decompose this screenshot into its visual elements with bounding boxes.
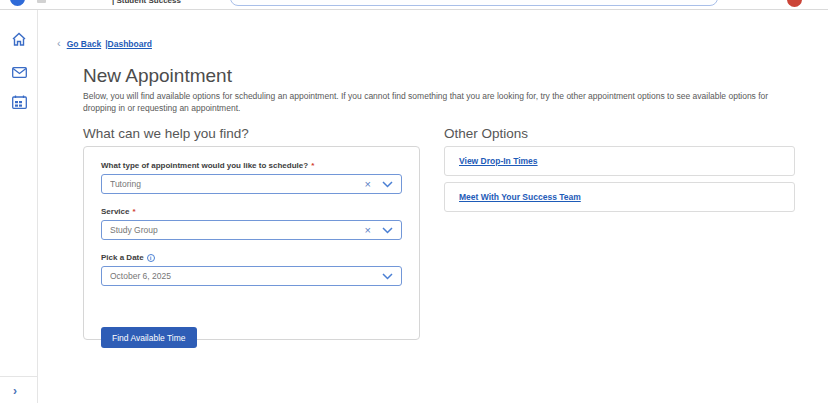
home-icon [11,32,27,51]
chevron-down-icon[interactable] [382,227,393,234]
page-description: Below, you will find available options f… [83,90,797,114]
dashboard-link[interactable]: |Dashboard [105,39,152,49]
chevron-down-icon[interactable] [382,273,393,280]
sidebar-item-messages[interactable] [10,64,28,82]
clear-icon[interactable]: × [365,225,371,236]
app-window: | Student Success [0,0,828,403]
mail-icon [12,64,27,82]
success-team-card[interactable]: Meet With Your Success Team [444,182,795,212]
avatar-badge[interactable] [787,0,802,7]
info-icon[interactable]: i [147,254,155,262]
appointment-type-select[interactable]: Tutoring × [101,174,402,194]
other-options-heading: Other Options [444,126,528,141]
date-label: Pick a Date i [101,253,402,262]
date-field: Pick a Date i October 6, 2025 [101,253,402,286]
appointment-type-label: What type of appointment would you like … [101,161,402,170]
appointment-form-card: What type of appointment would you like … [83,146,420,340]
sidebar-item-calendar[interactable] [10,95,28,113]
org-logo [37,0,46,3]
topbar: | Student Success [0,0,828,10]
chevron-right-icon: › [13,385,17,397]
required-marker: * [311,161,314,170]
date-select[interactable]: October 6, 2025 [101,266,402,286]
sidebar: › [0,10,38,403]
required-marker: * [132,207,135,216]
chevron-down-icon[interactable] [382,181,393,188]
service-label: Service * [101,207,402,216]
appointment-type-field: What type of appointment would you like … [101,161,402,194]
appointment-type-value: Tutoring [110,179,365,189]
chevron-left-icon: ‹ [57,38,61,49]
brand-label: | Student Success [112,0,181,5]
go-back-link[interactable]: Go Back [67,39,102,49]
breadcrumb: ‹ Go Back |Dashboard [57,38,152,49]
service-field: Service * Study Group × [101,207,402,240]
meet-success-team-link[interactable]: Meet With Your Success Team [459,192,581,202]
service-select[interactable]: Study Group × [101,220,402,240]
page-title: New Appointment [83,65,232,87]
sidebar-item-home[interactable] [10,32,28,50]
date-value: October 6, 2025 [110,271,382,281]
calendar-icon [12,95,27,113]
global-search-input[interactable] [230,0,718,6]
service-value: Study Group [110,225,365,235]
app-logo-icon[interactable] [10,0,25,6]
find-section-heading: What can we help you find? [83,126,249,141]
sidebar-expand-button[interactable]: › [0,376,37,403]
drop-in-times-card[interactable]: View Drop-In Times [444,146,795,176]
find-available-time-button[interactable]: Find Available Time [101,327,197,348]
clear-icon[interactable]: × [365,179,371,190]
view-drop-in-times-link[interactable]: View Drop-In Times [459,156,538,166]
